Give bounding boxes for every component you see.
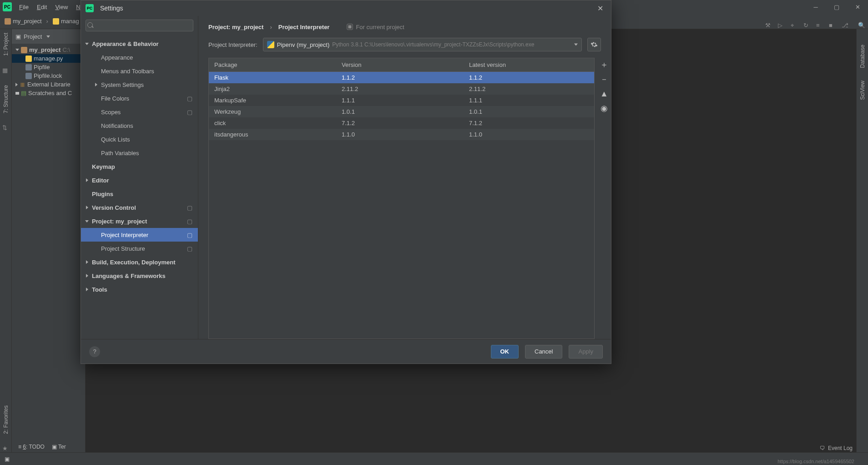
upgrade-package-button[interactable]: ▲ (599, 89, 609, 99)
svg-rect-1 (348, 25, 352, 29)
packages-table-body: Flask1.1.21.1.2Jinja22.11.22.11.2MarkupS… (209, 72, 594, 339)
col-header-version[interactable]: Version (336, 58, 464, 71)
cell-package: click (209, 117, 336, 129)
ok-button[interactable]: OK (491, 345, 519, 359)
col-header-package[interactable]: Package (209, 58, 336, 71)
interpreter-path: Python 3.8.1 C:\Users\lenovo\.virtualenv… (332, 41, 534, 48)
cell-version: 1.1.2 (336, 72, 464, 83)
table-row[interactable]: click7.1.27.1.2 (209, 117, 594, 129)
tree-item-notifications[interactable]: Notifications (81, 119, 198, 132)
tree-item-file-colors[interactable]: File Colors▢ (81, 91, 198, 105)
tree-item-build[interactable]: Build, Execution, Deployment (81, 255, 198, 269)
cell-version: 1.0.1 (336, 106, 464, 117)
settings-sidebar: Appearance & Behavior Appearance Menus a… (81, 16, 198, 339)
cell-package: Jinja2 (209, 83, 336, 95)
cancel-button[interactable]: Cancel (525, 345, 562, 359)
per-project-icon (347, 24, 353, 30)
tree-item-appearance[interactable]: Appearance (81, 51, 198, 64)
table-row[interactable]: Werkzeug1.0.11.0.1 (209, 106, 594, 117)
cell-latest: 1.1.1 (464, 95, 594, 106)
cell-latest: 1.1.0 (464, 129, 594, 140)
interpreter-label: Project Interpreter: (208, 41, 257, 48)
settings-search-input[interactable] (86, 20, 193, 31)
settings-main-pane: Project: my_project Project Interpreter … (198, 16, 611, 339)
per-project-icon: ▢ (187, 204, 193, 211)
dialog-footer: ? OK Cancel Apply (81, 339, 611, 364)
tree-item-plugins[interactable]: Plugins (81, 187, 198, 201)
breadcrumb-root: Project: my_project (208, 24, 263, 30)
table-row[interactable]: Flask1.1.21.1.2 (209, 72, 594, 83)
add-package-button[interactable]: ＋ (599, 60, 609, 70)
packages-table: Package Version Latest version Flask1.1.… (208, 58, 595, 339)
cell-package: Flask (209, 72, 336, 83)
tree-item-project-interpreter[interactable]: Project Interpreter▢ (81, 228, 198, 242)
table-row[interactable]: Jinja22.11.22.11.2 (209, 83, 594, 95)
gear-icon (590, 41, 598, 48)
packages-toolbar: ＋ － ▲ ◉ (595, 58, 611, 339)
tree-item-keymap[interactable]: Keymap (81, 160, 198, 173)
interpreter-row: Project Interpreter: Pipenv (my_project)… (198, 38, 611, 58)
settings-search-wrap (81, 16, 198, 35)
table-row[interactable]: MarkupSafe1.1.11.1.1 (209, 95, 594, 106)
col-header-latest[interactable]: Latest version (464, 58, 594, 71)
settings-breadcrumb: Project: my_project Project Interpreter … (198, 16, 611, 38)
per-project-icon: ▢ (187, 245, 193, 252)
cell-version: 1.1.1 (336, 95, 464, 106)
chevron-down-icon (574, 44, 578, 46)
tree-item-project[interactable]: Project: my_project▢ (81, 214, 198, 228)
cell-version: 7.1.2 (336, 117, 464, 129)
interpreter-settings-button[interactable] (587, 38, 601, 51)
tree-item-editor[interactable]: Editor (81, 173, 198, 187)
show-early-releases-button[interactable]: ◉ (599, 103, 609, 113)
help-button[interactable]: ? (89, 346, 100, 357)
tree-item-project-structure[interactable]: Project Structure▢ (81, 242, 198, 255)
tree-item-system-settings[interactable]: System Settings (81, 78, 198, 91)
cell-package: Werkzeug (209, 106, 336, 117)
for-current-project-hint: For current project (347, 24, 404, 30)
cell-package: itsdangerous (209, 129, 336, 140)
cell-latest: 2.11.2 (464, 83, 594, 95)
interpreter-dropdown[interactable]: Pipenv (my_project) Python 3.8.1 C:\User… (263, 38, 582, 51)
tree-item-tools[interactable]: Tools (81, 283, 198, 296)
cell-version: 2.11.2 (336, 83, 464, 95)
per-project-icon: ▢ (187, 218, 193, 224)
settings-tree: Appearance & Behavior Appearance Menus a… (81, 35, 198, 339)
breadcrumb-leaf: Project Interpreter (278, 24, 330, 30)
dialog-close-button[interactable]: ✕ (594, 2, 606, 15)
tree-item-quick-lists[interactable]: Quick Lists (81, 132, 198, 146)
per-project-icon: ▢ (187, 109, 193, 115)
dialog-titlebar: PC Settings ✕ (81, 0, 611, 16)
python-icon (267, 41, 274, 48)
packages-table-header: Package Version Latest version (209, 58, 594, 72)
dialog-overlay: PC Settings ✕ Appearance & Behavior Appe… (0, 0, 868, 465)
per-project-icon: ▢ (187, 95, 193, 101)
remove-package-button[interactable]: － (599, 74, 609, 84)
cell-latest: 1.0.1 (464, 106, 594, 117)
cell-version: 1.1.0 (336, 129, 464, 140)
apply-button[interactable]: Apply (569, 345, 603, 359)
cell-package: MarkupSafe (209, 95, 336, 106)
tree-item-languages[interactable]: Languages & Frameworks (81, 269, 198, 283)
tree-item-appearance-behavior[interactable]: Appearance & Behavior (81, 37, 198, 51)
per-project-icon: ▢ (187, 232, 193, 238)
packages-area: Package Version Latest version Flask1.1.… (198, 58, 611, 339)
interpreter-name: Pipenv (my_project) (277, 41, 330, 48)
tree-item-version-control[interactable]: Version Control▢ (81, 201, 198, 214)
tree-item-menus-toolbars[interactable]: Menus and Toolbars (81, 64, 198, 78)
tree-item-path-variables[interactable]: Path Variables (81, 146, 198, 160)
svg-rect-0 (347, 24, 353, 30)
table-row[interactable]: itsdangerous1.1.01.1.0 (209, 129, 594, 140)
tree-item-scopes[interactable]: Scopes▢ (81, 105, 198, 119)
pycharm-logo-icon: PC (86, 4, 94, 12)
settings-dialog: PC Settings ✕ Appearance & Behavior Appe… (81, 0, 611, 364)
cell-latest: 7.1.2 (464, 117, 594, 129)
chevron-right-icon (268, 24, 273, 30)
cell-latest: 1.1.2 (464, 72, 594, 83)
dialog-title: Settings (100, 5, 123, 12)
